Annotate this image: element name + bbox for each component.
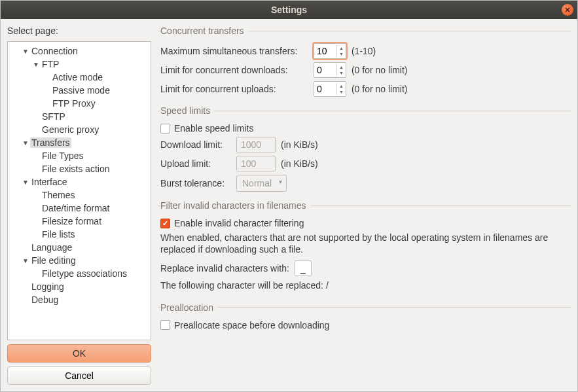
speed-limits-group: Speed limits Enable speed limits Downloa… (158, 105, 571, 200)
checkbox-label: Preallocate space before downloading (174, 320, 329, 330)
close-button[interactable] (562, 4, 573, 16)
tree-item-passive-mode[interactable]: Passive mode (8, 84, 151, 97)
burst-tolerance-select: Normal (236, 175, 287, 192)
ok-button[interactable]: OK (7, 344, 151, 363)
max-transfers-hint: (1-10) (352, 46, 376, 56)
tree-item-label: Themes (41, 190, 77, 200)
titlebar: Settings (1, 1, 577, 19)
tree-item-debug[interactable]: Debug (8, 293, 151, 306)
tree-item-interface[interactable]: ▼Interface (8, 175, 151, 188)
spinner-up-icon[interactable]: ▲ (337, 64, 346, 70)
expand-icon: ▼ (22, 139, 30, 147)
replace-chars-input[interactable] (295, 260, 312, 276)
enable-invalid-filtering-checkbox[interactable]: Enable invalid character filtering (160, 218, 304, 228)
close-icon (565, 7, 570, 12)
burst-tolerance-label: Burst tolerance: (160, 178, 231, 188)
tree-item-active-mode[interactable]: Active mode (8, 71, 151, 84)
replace-chars-label: Replace invalid characters with: (160, 263, 289, 274)
tree-item-label: Passive mode (51, 85, 111, 96)
concurrent-dl-input[interactable]: ▲▼ (314, 62, 346, 78)
max-transfers-input[interactable]: ▲▼ (314, 43, 346, 59)
tree-item-generic-proxy[interactable]: Generic proxy (8, 123, 151, 136)
tree-item-transfers[interactable]: ▼Transfers (8, 136, 151, 149)
cancel-button[interactable]: Cancel (7, 366, 151, 385)
spinner-down-icon[interactable]: ▼ (337, 51, 346, 57)
spinner-down-icon[interactable]: ▼ (337, 89, 346, 95)
tree-item-filetype-associations[interactable]: Filetype associations (8, 267, 151, 280)
tree-item-label: Logging (30, 281, 65, 292)
window-title: Settings (271, 5, 307, 15)
concurrent-ul-hint: (0 for no limit) (352, 84, 408, 94)
concurrent-dl-hint: (0 for no limit) (352, 65, 408, 75)
tree-item-label: Generic proxy (41, 124, 100, 135)
tree-item-logging[interactable]: Logging (8, 280, 151, 293)
spinner-up-icon[interactable]: ▲ (337, 45, 346, 51)
tree-item-themes[interactable]: Themes (8, 188, 151, 202)
concurrent-transfers-group: Concurrent transfers Maximum simultaneou… (158, 26, 571, 105)
download-limit-unit: (in KiB/s) (281, 139, 318, 150)
group-legend: Speed limits (160, 105, 214, 116)
tree-item-label: Filetype associations (41, 268, 128, 279)
enable-speed-limits-checkbox[interactable]: Enable speed limits (160, 123, 253, 134)
tree-item-file-editing[interactable]: ▼File editing (8, 254, 151, 267)
tree-item-file-types[interactable]: File Types (8, 149, 151, 162)
preallocate-checkbox[interactable]: Preallocate space before downloading (160, 320, 329, 330)
upload-limit-input (236, 156, 276, 171)
tree-item-label: File editing (30, 255, 77, 266)
tree-item-label: Interface (30, 177, 68, 187)
tree-item-label: SFTP (41, 111, 67, 122)
expand-icon: ▼ (22, 257, 30, 264)
left-pane: Select page: ▼Connection▼FTPActive modeP… (7, 26, 151, 385)
spinner-down-icon[interactable]: ▼ (337, 70, 346, 76)
tree-item-label: Filesize format (41, 216, 103, 226)
max-transfers-label: Maximum simultaneous transfers: (160, 46, 308, 56)
tree-item-label: Active mode (51, 72, 104, 82)
checkbox-label: Enable invalid character filtering (174, 218, 304, 228)
settings-dialog: Settings Select page: ▼Connection▼FTPAct… (0, 0, 578, 392)
tree-item-label: Date/time format (41, 203, 111, 213)
group-legend: Preallocation (160, 302, 217, 313)
group-legend: Concurrent transfers (160, 26, 248, 36)
tree-item-connection[interactable]: ▼Connection (8, 45, 151, 58)
tree-item-ftp[interactable]: ▼FTP (8, 58, 151, 71)
tree-item-label: File Types (41, 151, 85, 161)
tree-item-label: Connection (30, 46, 79, 56)
tree-item-sftp[interactable]: SFTP (8, 110, 151, 123)
expand-icon: ▼ (22, 179, 30, 186)
preallocation-group: Preallocation Preallocate space before d… (158, 302, 571, 339)
download-limit-label: Download limit: (160, 139, 231, 150)
upload-limit-label: Upload limit: (160, 158, 231, 169)
tree-item-filesize-format[interactable]: Filesize format (8, 215, 151, 228)
page-tree[interactable]: ▼Connection▼FTPActive modePassive modeFT… (7, 41, 151, 340)
spinner-up-icon[interactable]: ▲ (337, 83, 346, 89)
tree-item-label: File exists action (41, 164, 111, 174)
select-page-label: Select page: (7, 26, 151, 36)
tree-item-label: Debug (30, 294, 60, 305)
tree-item-label: FTP Proxy (51, 98, 97, 109)
concurrent-dl-label: Limit for concurrent downloads: (160, 65, 308, 75)
checkbox-icon (160, 219, 170, 228)
tree-item-label: Language (30, 242, 73, 253)
tree-item-label: File lists (41, 229, 77, 240)
checkbox-icon (160, 320, 170, 330)
tree-item-language[interactable]: Language (8, 241, 151, 254)
filter-invalid-group: Filter invalid characters in filenames E… (158, 200, 571, 302)
filter-description: When enabled, characters that are not su… (160, 232, 568, 255)
concurrent-ul-input[interactable]: ▲▼ (314, 81, 346, 97)
checkbox-label: Enable speed limits (174, 123, 253, 134)
expand-icon: ▼ (33, 61, 41, 68)
tree-item-ftp-proxy[interactable]: FTP Proxy (8, 97, 151, 110)
following-chars-label: The following character will be replaced… (160, 279, 568, 291)
tree-item-date-time-format[interactable]: Date/time format (8, 202, 151, 215)
tree-item-file-lists[interactable]: File lists (8, 228, 151, 241)
tree-item-label: Transfers (30, 137, 71, 148)
tree-item-file-exists-action[interactable]: File exists action (8, 162, 151, 175)
download-limit-input (236, 137, 276, 152)
expand-icon: ▼ (22, 48, 30, 55)
settings-content: Concurrent transfers Maximum simultaneou… (158, 26, 571, 385)
tree-item-label: FTP (41, 59, 60, 69)
group-legend: Filter invalid characters in filenames (160, 200, 310, 211)
concurrent-ul-label: Limit for concurrent uploads: (160, 84, 308, 94)
checkbox-icon (160, 124, 170, 134)
upload-limit-unit: (in KiB/s) (281, 158, 318, 169)
